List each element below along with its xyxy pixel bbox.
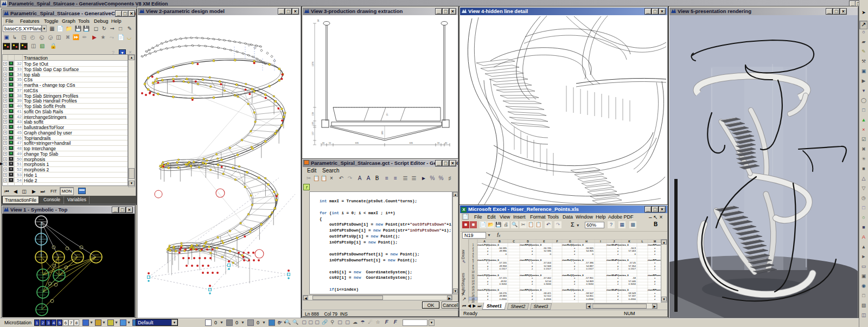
- svg-text:z: z: [532, 283, 533, 285]
- svg-text:631: 631: [355, 142, 359, 144]
- svg-text:0.3034: 0.3034: [500, 283, 507, 285]
- svg-text:-56.595: -56.595: [499, 247, 507, 249]
- svg-text:riserLPt[0]vertex_0: riserLPt[0]vertex_0: [477, 243, 499, 246]
- svg-text:L: L: [641, 240, 643, 243]
- svg-text:3: 3: [473, 249, 474, 252]
- svg-text:54.851: 54.851: [586, 294, 594, 297]
- svg-text:7: 7: [473, 261, 474, 264]
- svg-text:B: B: [499, 240, 501, 243]
- svg-text:riserRPtvertex_0: riserRPtvertex_0: [648, 274, 661, 277]
- svg-text:49.996: 49.996: [500, 249, 507, 252]
- svg-text:z: z: [574, 267, 575, 270]
- svg-text:-57.155: -57.155: [499, 261, 507, 264]
- svg-text:-58.507: -58.507: [585, 292, 593, 294]
- svg-text:159: 159: [311, 112, 314, 116]
- svg-text:z: z: [617, 298, 618, 300]
- svg-text:103: 103: [311, 121, 314, 125]
- svg-text:riserRPt[1]vertex_0: riserRPt[1]vertex_0: [520, 259, 542, 261]
- svg-text:riserRef[2]vertex_0: riserRef[2]vertex_0: [562, 274, 584, 277]
- svg-text:z: z: [617, 283, 618, 285]
- svg-text:z: z: [654, 283, 655, 285]
- svg-text:0.4556: 0.4556: [629, 298, 636, 300]
- svg-text:-56.9: -56.9: [630, 247, 636, 249]
- svg-text:0.1517: 0.1517: [544, 267, 552, 270]
- svg-text:M: M: [654, 240, 656, 243]
- svg-text:16: 16: [437, 142, 440, 144]
- svg-text:-57.004: -57.004: [543, 261, 551, 264]
- svg-text:52.54: 52.54: [545, 280, 552, 283]
- svg-text:246: 246: [381, 131, 384, 134]
- svg-text:-58.276: -58.276: [499, 292, 507, 294]
- svg-text:57.337: 57.337: [629, 294, 636, 297]
- svg-text:riserRef[1]vertex_0: riserRef[1]vertex_0: [562, 259, 584, 261]
- svg-text:49.92: 49.92: [501, 280, 507, 283]
- svg-text:10: 10: [471, 271, 475, 273]
- svg-text:0.4556: 0.4556: [586, 298, 594, 300]
- svg-text:-57.396: -57.396: [585, 261, 593, 264]
- svg-text:z: z: [574, 298, 575, 300]
- svg-text:157: 157: [311, 131, 314, 135]
- svg-text:-57.215: -57.215: [499, 277, 507, 279]
- svg-text:0.3034: 0.3034: [544, 283, 552, 285]
- svg-text:A: A: [483, 240, 486, 243]
- svg-text:9: 9: [473, 267, 474, 270]
- svg-text:40: 40: [445, 142, 448, 144]
- svg-text:15: 15: [471, 286, 475, 288]
- svg-text:z: z: [574, 253, 575, 255]
- svg-text:1: 1: [473, 243, 474, 246]
- svg-text:16: 16: [471, 288, 475, 291]
- svg-text:-58: -58: [633, 277, 636, 279]
- svg-text:riserRPtvertex_0: riserRPtvertex_0: [648, 243, 661, 246]
- svg-text:z: z: [487, 283, 488, 285]
- svg-text:52.512: 52.512: [544, 294, 552, 297]
- svg-text:G: G: [569, 240, 571, 243]
- svg-text:14: 14: [471, 283, 475, 285]
- svg-text:0.1517: 0.1517: [500, 267, 507, 270]
- svg-text:15°: 15°: [386, 113, 388, 116]
- svg-text:54.869: 54.869: [586, 280, 594, 283]
- svg-text:riserLPt[3]vertex_0: riserLPt[3]vertex_0: [477, 288, 499, 291]
- svg-text:C: C: [513, 240, 515, 243]
- svg-text:riserRPt[3]vertex_0: riserRPt[3]vertex_0: [520, 288, 542, 291]
- svg-text:0.3034: 0.3034: [629, 283, 636, 285]
- svg-text:riserRPtvertex_0: riserRPtvertex_0: [648, 259, 661, 261]
- svg-text:z: z: [487, 298, 488, 300]
- svg-text:z: z: [574, 283, 575, 285]
- svg-text:riserLPt[1]vertex_0: riserLPt[1]vertex_0: [477, 259, 499, 261]
- svg-text:z: z: [617, 267, 618, 270]
- svg-text:49.883: 49.883: [500, 294, 507, 297]
- svg-text:z: z: [654, 298, 655, 300]
- svg-text:0.1517: 0.1517: [586, 267, 594, 270]
- svg-text:54.905: 54.905: [586, 249, 594, 252]
- svg-text:J: J: [614, 240, 615, 243]
- svg-text:57.046: 57.046: [629, 280, 636, 283]
- svg-text:-58.421: -58.421: [543, 292, 551, 294]
- svg-text:12: 12: [471, 277, 475, 279]
- svg-text:-57.951: -57.951: [585, 277, 593, 279]
- svg-text:riserRPt[0]vertex_0: riserRPt[0]vertex_0: [520, 243, 542, 246]
- svg-text:z: z: [532, 253, 533, 255]
- svg-text:riserLPt[2]vertex_0: riserLPt[2]vertex_0: [477, 274, 499, 277]
- svg-text:z: z: [617, 253, 618, 255]
- svg-text:5: 5: [473, 255, 474, 258]
- svg-text:1076: 1076: [311, 61, 314, 67]
- svg-text:13: 13: [471, 280, 475, 283]
- svg-text:riserRPtvertex_0: riserRPtvertex_0: [648, 288, 661, 291]
- svg-text:57.063: 57.063: [629, 249, 636, 252]
- svg-text:-56.845: -56.845: [585, 247, 593, 249]
- svg-text:-56.745: -56.745: [543, 247, 551, 249]
- svg-text:52.568: 52.568: [544, 265, 552, 267]
- svg-text:riserMidPt[vertex_0: riserMidPt[vertex_0: [607, 274, 629, 277]
- svg-text:-57.062: -57.062: [543, 277, 551, 279]
- svg-text:riserMidPt[vertex_0: riserMidPt[vertex_0: [607, 288, 629, 291]
- svg-text:z: z: [654, 253, 655, 255]
- svg-text:54.887: 54.887: [586, 265, 594, 267]
- svg-text:riserRef[3]vertex_0: riserRef[3]vertex_0: [562, 288, 584, 291]
- svg-text:0.1517: 0.1517: [629, 267, 636, 270]
- svg-text:19: 19: [471, 298, 475, 300]
- svg-text:4: 4: [473, 253, 474, 255]
- svg-text:-57.45: -57.45: [629, 261, 636, 264]
- svg-text:F: F: [556, 240, 558, 243]
- svg-text:6: 6: [473, 259, 474, 261]
- svg-text:0.3034: 0.3034: [586, 283, 594, 285]
